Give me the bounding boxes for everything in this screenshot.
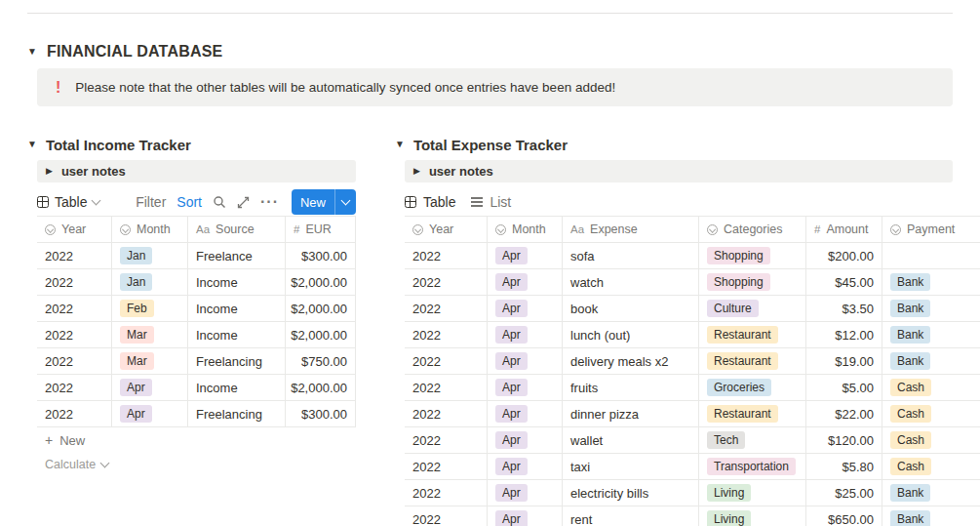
month-cell[interactable]: Feb [112,296,188,321]
expense-cell[interactable]: sofa [563,243,699,268]
month-cell[interactable]: Mar [112,348,188,374]
source-cell[interactable]: Freelancing [188,401,286,426]
year-cell[interactable]: 2022 [37,401,112,426]
table-row[interactable]: 2022 Apr dinner pizza Restaurant $22.00 … [405,401,980,427]
view-tab[interactable]: Table [405,194,455,210]
eur-cell[interactable]: $2,000.00 [286,322,356,347]
column-header[interactable]: # EUR [286,217,356,242]
expense-cell[interactable]: book [563,296,699,321]
column-header[interactable]: Month [488,217,563,242]
amount-cell[interactable]: $120.00 [806,427,882,453]
year-cell[interactable]: 2022 [37,243,112,268]
source-cell[interactable]: Freelance [188,243,286,268]
amount-cell[interactable]: $650.00 [806,506,882,526]
category-cell[interactable]: Restaurant [699,322,806,347]
month-cell[interactable]: Apr [488,375,563,400]
column-header[interactable]: Categories [699,217,806,242]
category-cell[interactable]: Living [699,480,806,506]
year-cell[interactable]: 2022 [37,348,112,374]
payment-cell[interactable]: Bank [882,296,980,321]
payment-cell[interactable]: Bank [882,322,980,347]
eur-cell[interactable]: $750.00 [286,348,356,374]
table-row[interactable]: 2022 Mar Income $2,000.00 [37,322,356,348]
table-row[interactable]: 2022 Apr Income $2,000.00 [37,375,356,401]
eur-cell[interactable]: $2,000.00 [286,375,356,400]
column-header[interactable]: Year [405,217,488,242]
payment-cell[interactable] [882,243,980,268]
year-cell[interactable]: 2022 [37,296,112,321]
category-cell[interactable]: Shopping [699,243,806,268]
table-row[interactable]: 2022 Apr electricity bills Living $25.00… [405,480,980,506]
column-header[interactable]: Month [112,217,188,242]
payment-cell[interactable]: Bank [882,269,980,295]
year-cell[interactable]: 2022 [405,480,488,506]
month-cell[interactable]: Apr [488,322,563,347]
new-button-dropdown[interactable] [335,200,356,204]
year-cell[interactable]: 2022 [405,322,488,347]
payment-cell[interactable]: Cash [882,427,980,453]
more-options-icon[interactable]: ··· [260,194,279,210]
year-cell[interactable]: 2022 [405,454,488,479]
year-cell[interactable]: 2022 [405,375,488,400]
expense-user-notes-toggle[interactable]: ▶ user notes [405,160,953,182]
expense-cell[interactable]: fruits [563,375,699,400]
filter-button[interactable]: Filter [136,194,166,210]
payment-cell[interactable]: Bank [882,506,980,526]
table-row[interactable]: 2022 Jan Income $2,000.00 [37,269,356,296]
month-cell[interactable]: Apr [488,427,563,453]
sort-button[interactable]: Sort [176,194,202,210]
category-cell[interactable]: Restaurant [699,348,806,374]
month-cell[interactable]: Jan [112,243,188,268]
amount-cell[interactable]: $5.80 [806,454,882,479]
category-cell[interactable]: Culture [699,296,806,321]
amount-cell[interactable]: $3.50 [806,296,882,321]
table-row[interactable]: 2022 Jan Freelance $300.00 [37,243,356,269]
expense-cell[interactable]: watch [563,269,699,295]
calculate-button[interactable]: Calculate [37,458,356,471]
month-cell[interactable]: Jan [112,269,188,295]
table-row[interactable]: 2022 Apr book Culture $3.50 Bank [405,296,980,322]
amount-cell[interactable]: $19.00 [806,348,882,374]
column-header[interactable]: Payment [882,217,980,242]
column-header[interactable]: Aa Source [188,217,286,242]
month-cell[interactable]: Apr [112,375,188,400]
year-cell[interactable]: 2022 [37,322,112,347]
year-cell[interactable]: 2022 [405,506,488,526]
year-cell[interactable]: 2022 [405,269,488,295]
table-row[interactable]: 2022 Apr Freelancing $300.00 [37,401,356,427]
category-cell[interactable]: Groceries [699,375,806,400]
source-cell[interactable]: Income [188,269,286,295]
expense-cell[interactable]: rent [563,506,699,526]
income-user-notes-toggle[interactable]: ▶ user notes [37,160,356,182]
table-row[interactable]: 2022 Apr fruits Groceries $5.00 Cash [405,375,980,401]
table-row[interactable]: 2022 Apr watch Shopping $45.00 Bank [405,269,980,296]
table-row[interactable]: 2022 Apr wallet Tech $120.00 Cash [405,427,980,454]
new-button[interactable]: New [292,189,356,215]
amount-cell[interactable]: $200.00 [806,243,882,268]
source-cell[interactable]: Income [188,322,286,347]
category-cell[interactable]: Shopping [699,269,806,295]
amount-cell[interactable]: $25.00 [806,480,882,506]
eur-cell[interactable]: $2,000.00 [286,269,356,295]
table-row[interactable]: 2022 Apr delivery meals x2 Restaurant $1… [405,348,980,375]
eur-cell[interactable]: $2,000.00 [286,296,356,321]
category-cell[interactable]: Living [699,506,806,526]
month-cell[interactable]: Apr [488,454,563,479]
toggle-open-icon[interactable]: ▼ [395,140,405,149]
category-cell[interactable]: Transportation [699,454,806,479]
expense-cell[interactable]: taxi [563,454,699,479]
amount-cell[interactable]: $22.00 [806,401,882,426]
month-cell[interactable]: Mar [112,322,188,347]
table-row[interactable]: 2022 Mar Freelancing $750.00 [37,348,356,375]
year-cell[interactable]: 2022 [405,243,488,268]
table-row[interactable]: 2022 Apr taxi Transportation $5.80 Cash [405,454,980,480]
table-row[interactable]: 2022 Apr sofa Shopping $200.00 [405,243,980,269]
column-header[interactable]: Aa Expense [563,217,699,242]
payment-cell[interactable]: Bank [882,348,980,374]
column-header[interactable]: # Amount [806,217,882,242]
column-header[interactable]: Year [37,217,112,242]
new-button-label[interactable]: New [292,195,334,210]
expense-cell[interactable]: wallet [563,427,699,453]
toggle-open-icon[interactable]: ▼ [27,47,37,57]
view-switcher[interactable]: Table [37,194,99,210]
